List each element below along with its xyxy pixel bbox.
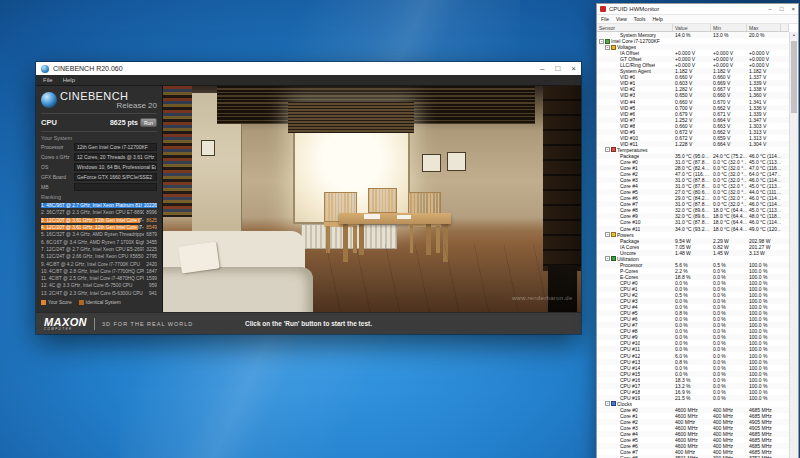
sofa-seat <box>163 267 313 312</box>
cinebench-window: CINEBENCH R20.060 – □ × FileHelp CINEBEN… <box>36 62 581 334</box>
sensor-value: 1.228 V <box>673 141 711 147</box>
desktop-background: CINEBENCH R20.060 – □ × FileHelp CINEBEN… <box>0 0 800 458</box>
ranking-label: 11. 4C/8T @ 2.5 GHz, Intel Core i7-4870H… <box>41 276 144 281</box>
collapse-icon[interactable]: - <box>605 147 610 152</box>
column-header-filler <box>781 24 789 31</box>
sensor-min: 13.0 % <box>711 32 747 38</box>
footer-divider <box>94 318 95 330</box>
temperature-icon <box>611 147 616 152</box>
ranking-score: 959 <box>149 283 157 288</box>
maxon-logo: MAXON COMPUTER <box>44 317 87 331</box>
column-header-sensor[interactable]: Sensor <box>597 24 673 31</box>
ranking-row[interactable]: 11. 4C/8T @ 2.5 GHz, Intel Core i7-4870H… <box>41 275 157 282</box>
scrollbar-thumb[interactable] <box>791 41 797 113</box>
system-info-label: Processor <box>41 144 74 150</box>
cinebench-app-icon <box>41 65 49 73</box>
collapse-icon[interactable]: - <box>605 45 610 50</box>
sensor-value: 34.0 °C (93.2… <box>673 226 711 232</box>
cinebench-titlebar[interactable]: CINEBENCH R20.060 – □ × <box>36 62 581 75</box>
your-score-swatch <box>41 300 46 305</box>
system-info-value: 12 Cores, 20 Threads @ 3.61 GHz <box>74 153 157 161</box>
menu-item[interactable]: View <box>616 16 627 22</box>
ranking-row[interactable]: 12. 4C @ 3.3 GHz, Intel Core i5-7500 CPU… <box>41 282 157 289</box>
scroll-up-icon[interactable]: ▲ <box>790 33 798 37</box>
collapse-icon[interactable]: - <box>605 256 610 261</box>
ranking-row[interactable]: 10. 4C/8T @ 2.8 GHz, Intel Core i7-7700H… <box>41 268 157 275</box>
ranking-score: 1847 <box>146 269 157 274</box>
maximize-button[interactable]: □ <box>780 6 784 12</box>
ranking-row[interactable]: 2. 36C/72T @ 2.3 GHz, Intel Xeon CPU E7-… <box>41 209 157 216</box>
menu-item[interactable]: File <box>601 16 609 22</box>
picture-frame <box>422 154 440 172</box>
menu-item[interactable]: Tools <box>634 16 646 22</box>
minimize-button[interactable]: – <box>769 6 772 12</box>
system-info-row: GFX Board GeForce GTX 1660 S/PCIe/SSE2 <box>41 173 157 181</box>
menu-item[interactable]: Help <box>653 16 663 22</box>
paper-on-table <box>397 215 411 220</box>
cinebench-footer: MAXON COMPUTER 3D FOR THE REAL WORLD Cli… <box>36 312 581 334</box>
column-header-min[interactable]: Min <box>711 24 747 31</box>
identical-system-swatch <box>79 300 84 305</box>
power-icon <box>611 232 616 237</box>
window-blind-overlay <box>288 102 413 134</box>
run-button[interactable]: Run <box>140 118 157 127</box>
speaker-box <box>548 265 577 312</box>
column-header-max[interactable]: Max <box>747 24 781 31</box>
ranking-score: 1599 <box>146 276 157 281</box>
ranking-row[interactable]: 8. 12C/24T @ 2.66 GHz, Intel Xeon CPU X5… <box>41 253 157 260</box>
ranking-row[interactable]: 9. 4C/8T @ 4.2 GHz, Intel Core i7-7700K … <box>41 260 157 267</box>
scrollbar[interactable]: ▲ ▼ <box>789 32 798 458</box>
cpu-score: 8625 pts <box>110 119 138 126</box>
your-score-label: Your Score <box>48 300 72 305</box>
window-title: CINEBENCH R20.060 <box>53 65 123 72</box>
ranking-score: 2795 <box>146 254 157 259</box>
ranking-score: 3225 <box>146 247 157 252</box>
utilization-icon <box>611 256 616 261</box>
sensor-value: 1.48 W <box>673 250 711 256</box>
ranking-label: 13. 2C/4T @ 2.3 GHz, Intel Core i5-6300U… <box>41 291 147 296</box>
ranking-row[interactable]: 1. 48C/96T @ 2.7 GHz, Intel Xeon Platinu… <box>41 202 157 209</box>
column-header-value[interactable]: Value <box>673 24 711 31</box>
hwmonitor-menubar: FileViewToolsHelp <box>597 15 798 24</box>
system-info-label: OS <box>41 164 74 170</box>
sensor-max: 49.0 °C (120… <box>747 226 781 232</box>
close-button[interactable]: × <box>571 65 576 73</box>
maximize-button[interactable]: □ <box>555 65 560 73</box>
sensor-max: 20.0 % <box>747 32 781 38</box>
ranking-label: 1. 48C/96T @ 2.7 GHz, Intel Xeon Platinu… <box>41 203 142 208</box>
chip-icon <box>605 39 610 44</box>
ranking-label: 9. 4C/8T @ 4.2 GHz, Intel Core i7-7700K … <box>41 262 144 267</box>
minimize-button[interactable]: – <box>540 65 544 73</box>
ranking-label: 5. 16C/32T @ 3.4 GHz, AMD Ryzen Threadri… <box>41 232 144 237</box>
ranking-row[interactable]: 7. 12C/24T @ 2.7 GHz, Intel Xeon CPU E5-… <box>41 246 157 253</box>
ranking-row[interactable]: 5. 16C/32T @ 3.4 GHz, AMD Ryzen Threadri… <box>41 231 157 238</box>
paper-on-table <box>364 214 381 219</box>
window-title: CPUID HWMonitor <box>609 6 659 12</box>
menu-item[interactable]: Help <box>63 77 75 83</box>
ranking-label: 6. 8C/16T @ 3.4 GHz, AMD Ryzen 7 1700X E… <box>41 240 144 245</box>
ranking-row[interactable]: 6. 8C/16T @ 3.4 GHz, AMD Ryzen 7 1700X E… <box>41 238 157 245</box>
collapse-icon[interactable]: - <box>605 232 610 237</box>
collapse-icon[interactable]: - <box>599 39 604 44</box>
hwmonitor-titlebar[interactable]: CPUID HWMonitor – □ × <box>597 4 798 15</box>
sensor-min: 0.664 V <box>711 141 747 147</box>
ranking-label: 10. 4C/8T @ 2.8 GHz, Intel Core i7-7700H… <box>41 269 144 274</box>
ranking-row[interactable]: 4. 12C/20T @ 3.61 GHz, 12th Gen Intel Co… <box>41 224 157 231</box>
menu-item[interactable]: File <box>43 77 53 83</box>
ranking-score: 8625 <box>146 218 157 223</box>
ranking-score: 941 <box>149 291 157 296</box>
dining-table <box>339 213 452 224</box>
divider <box>41 113 157 114</box>
ranking-row[interactable]: 3. 12C/20T @ 3.61 GHz, 12th Gen Intel Co… <box>41 217 157 224</box>
divider <box>41 131 157 132</box>
sensor-max: 100.0 % <box>747 395 781 401</box>
maxon-logo-subtext: COMPUTER <box>44 328 87 331</box>
ranking-row[interactable]: 13. 2C/4T @ 2.3 GHz, Intel Core i5-6300U… <box>41 290 157 297</box>
close-button[interactable]: × <box>791 6 795 12</box>
collapse-icon[interactable]: - <box>605 401 610 406</box>
cinebench-logo: CINEBENCH Release 20 <box>41 90 157 110</box>
sensor-min: 18.0 °C (64.4… <box>711 226 747 232</box>
sensor-table-header: Sensor Value Min Max <box>597 24 789 32</box>
system-info-row: Processor 12th Gen Intel Core i7-12700KF <box>41 143 157 151</box>
ranking-score: 10226 <box>144 203 157 208</box>
